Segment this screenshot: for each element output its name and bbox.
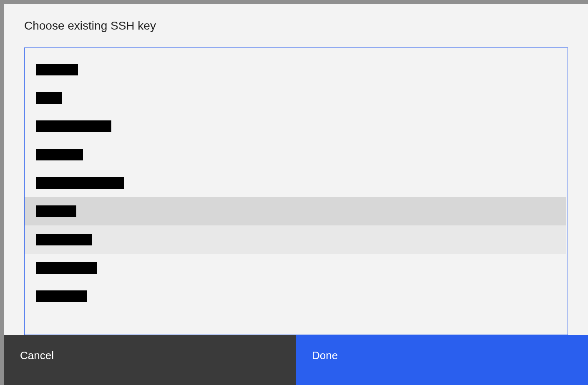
- ssh-key-item[interactable]: [25, 84, 566, 112]
- ssh-key-label: [36, 64, 78, 75]
- ssh-key-label: [36, 149, 83, 160]
- ssh-key-label: [36, 290, 87, 302]
- ssh-key-label: [36, 120, 111, 132]
- done-button[interactable]: Done: [296, 335, 588, 385]
- ssh-key-list-container: [24, 48, 568, 335]
- ssh-key-item[interactable]: [25, 282, 566, 310]
- dialog-content: Choose existing SSH key: [4, 4, 588, 335]
- ssh-key-label: [36, 262, 97, 274]
- ssh-key-item[interactable]: [25, 254, 566, 282]
- button-bar: Cancel Done: [4, 335, 588, 385]
- cancel-button[interactable]: Cancel: [4, 335, 296, 385]
- ssh-key-item[interactable]: [25, 225, 566, 254]
- ssh-key-label: [36, 205, 76, 217]
- dialog-title: Choose existing SSH key: [24, 19, 568, 32]
- ssh-key-list[interactable]: [25, 48, 568, 335]
- ssh-key-label: [36, 92, 62, 104]
- ssh-key-item[interactable]: [25, 169, 566, 197]
- ssh-key-item[interactable]: [25, 197, 566, 225]
- ssh-key-label: [36, 234, 92, 245]
- ssh-key-item[interactable]: [25, 55, 566, 84]
- ssh-key-item[interactable]: [25, 112, 566, 140]
- ssh-key-chooser-dialog: Choose existing SSH key Cancel Done: [4, 4, 588, 385]
- ssh-key-item[interactable]: [25, 140, 566, 169]
- ssh-key-label: [36, 177, 124, 189]
